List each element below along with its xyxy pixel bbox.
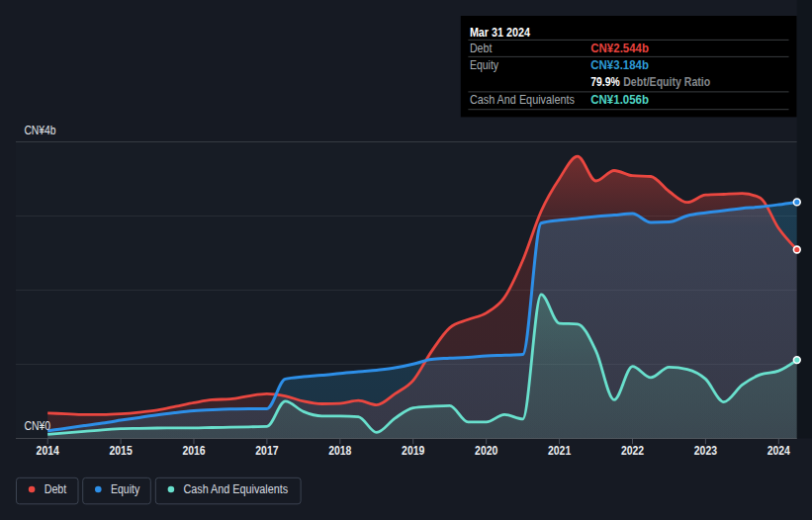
svg-text:Equity: Equity (111, 482, 140, 496)
svg-text:2017: 2017 (255, 444, 278, 458)
svg-text:2018: 2018 (328, 444, 351, 458)
svg-text:2020: 2020 (475, 444, 497, 458)
svg-text:CN¥2.544b: CN¥2.544b (590, 42, 649, 55)
svg-text:Equity: Equity (470, 58, 499, 72)
svg-text:CN¥3.184b: CN¥3.184b (590, 58, 649, 72)
svg-text:2019: 2019 (402, 444, 424, 458)
svg-text:2023: 2023 (694, 444, 717, 458)
svg-text:CN¥0: CN¥0 (24, 419, 50, 433)
svg-text:CN¥4b: CN¥4b (24, 124, 55, 137)
svg-text:Cash And Equivalents: Cash And Equivalents (470, 93, 575, 107)
svg-text:2015: 2015 (110, 444, 133, 458)
svg-text:CN¥1.056b: CN¥1.056b (590, 93, 649, 107)
svg-text:2014: 2014 (37, 444, 59, 458)
svg-text:Debt: Debt (470, 42, 493, 55)
svg-text:2021: 2021 (548, 444, 571, 458)
svg-text:2016: 2016 (182, 444, 205, 458)
svg-text:2024: 2024 (767, 444, 790, 458)
svg-text:Mar 31 2024: Mar 31 2024 (470, 26, 530, 40)
svg-text:Debt/Equity Ratio: Debt/Equity Ratio (623, 75, 710, 89)
svg-text:79.9%: 79.9% (590, 75, 619, 89)
svg-text:Debt: Debt (45, 482, 67, 496)
svg-text:2022: 2022 (621, 444, 644, 458)
svg-text:Cash And Equivalents: Cash And Equivalents (184, 482, 289, 496)
